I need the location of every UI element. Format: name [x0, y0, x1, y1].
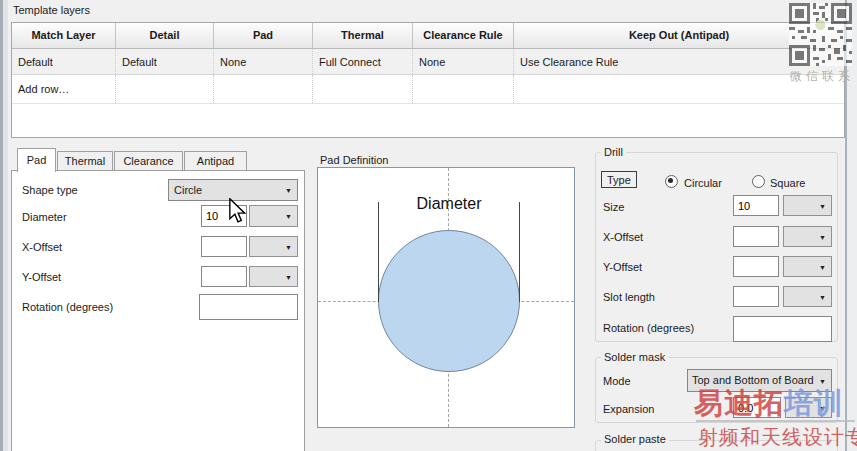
- drill-size-input[interactable]: [733, 195, 779, 216]
- drill-x-offset-label: X-Offset: [603, 231, 643, 244]
- column-header-pad[interactable]: Pad: [214, 23, 313, 49]
- pad-circle-shape: [378, 230, 520, 372]
- chevron-down-icon: ▼: [819, 263, 826, 270]
- radio-square-label[interactable]: Square: [770, 177, 805, 190]
- tab-antipad[interactable]: Antipad: [184, 151, 247, 171]
- pad-x-offset-label: X-Offset: [22, 241, 62, 254]
- solder-mask-title: Solder mask: [601, 351, 668, 363]
- pad-rotation-label: Rotation (degrees): [22, 301, 113, 314]
- brand-tagline: 射频和天线设计专家: [698, 424, 857, 451]
- drill-title: Drill: [601, 146, 626, 158]
- drill-y-offset-input[interactable]: [733, 256, 779, 277]
- qr-caption: 微信联系: [790, 68, 857, 85]
- pad-y-offset-label: Y-Offset: [22, 271, 61, 284]
- pad-x-offset-input[interactable]: [201, 236, 247, 257]
- tab-thermal[interactable]: Thermal: [57, 151, 113, 171]
- cell-clearance-rule[interactable]: None: [413, 49, 514, 74]
- expansion-label: Expansion: [603, 403, 654, 416]
- pad-definition-title: Pad Definition: [320, 154, 389, 167]
- chevron-down-icon: ▼: [285, 213, 292, 220]
- slot-length-unit-dropdown[interactable]: ▼: [783, 286, 832, 307]
- brand-watermark: 易迪拓培训: [694, 388, 844, 418]
- mouse-cursor-icon: [228, 198, 247, 224]
- diameter-dimension-label: Diameter: [358, 195, 540, 213]
- slot-length-label: Slot length: [603, 291, 655, 304]
- drill-y-offset-label: Y-Offset: [603, 261, 642, 274]
- pad-y-offset-input[interactable]: [201, 266, 247, 287]
- brand-blue-text: 培训: [784, 387, 844, 419]
- drill-x-offset-input[interactable]: [733, 226, 779, 247]
- radio-circular-icon[interactable]: [665, 175, 678, 188]
- template-layers-title: Template layers: [13, 4, 90, 17]
- drill-size-label: Size: [603, 201, 624, 214]
- diameter-unit-dropdown[interactable]: ▼: [249, 205, 298, 227]
- column-header-match-layer[interactable]: Match Layer: [12, 23, 116, 49]
- add-row[interactable]: Add row…: [12, 75, 844, 104]
- radio-circular-label[interactable]: Circular: [684, 177, 722, 190]
- template-layers-table: Match Layer Detail Pad Thermal Clearance…: [11, 22, 845, 138]
- brand-underline: [696, 420, 855, 422]
- cell-thermal[interactable]: Full Connect: [313, 49, 413, 74]
- tab-clearance[interactable]: Clearance: [114, 151, 183, 171]
- cell-match-layer[interactable]: Default: [12, 49, 116, 74]
- drill-y-offset-unit-dropdown[interactable]: ▼: [783, 256, 832, 277]
- solder-paste-title: Solder paste: [601, 433, 669, 445]
- chevron-down-icon: ▼: [819, 293, 826, 300]
- diameter-extent-line-right: [519, 202, 520, 302]
- column-header-thermal[interactable]: Thermal: [313, 23, 413, 49]
- chevron-down-icon: ▼: [285, 187, 292, 194]
- qr-code: [789, 2, 852, 66]
- slot-length-input[interactable]: [733, 286, 779, 307]
- table-header-row: Match Layer Detail Pad Thermal Clearance…: [12, 23, 844, 49]
- cell-pad[interactable]: None: [214, 49, 313, 74]
- brand-red-text: 易迪拓: [694, 387, 784, 419]
- table-row[interactable]: Default Default None Full Connect None U…: [12, 49, 844, 75]
- drill-x-offset-unit-dropdown[interactable]: ▼: [783, 226, 832, 247]
- column-header-clearance-rule[interactable]: Clearance Rule: [413, 23, 514, 49]
- diameter-label: Diameter: [22, 211, 67, 224]
- shape-type-label: Shape type: [22, 184, 78, 197]
- pad-x-offset-unit-dropdown[interactable]: ▼: [249, 236, 298, 257]
- chevron-down-icon: ▼: [285, 273, 292, 280]
- pad-rotation-input[interactable]: [199, 294, 298, 320]
- pad-y-offset-unit-dropdown[interactable]: ▼: [249, 266, 298, 287]
- add-row-label[interactable]: Add row…: [12, 75, 116, 103]
- diameter-extent-line-left: [378, 202, 379, 302]
- chevron-down-icon: ▼: [819, 377, 826, 384]
- cell-detail[interactable]: Default: [116, 49, 214, 74]
- solder-mask-mode-label: Mode: [603, 375, 631, 388]
- chevron-down-icon: ▼: [819, 202, 826, 209]
- chevron-down-icon: ▼: [819, 233, 826, 240]
- chevron-down-icon: ▼: [285, 243, 292, 250]
- column-header-detail[interactable]: Detail: [116, 23, 214, 49]
- drill-size-unit-dropdown[interactable]: ▼: [783, 195, 832, 216]
- drill-type-label: Type: [601, 171, 637, 188]
- window-left-edge-highlight: [3, 0, 8, 451]
- pad-preview: Diameter: [317, 167, 575, 428]
- tab-pad[interactable]: Pad: [17, 148, 56, 172]
- shape-type-value: Circle: [174, 180, 202, 200]
- drill-rotation-input[interactable]: [733, 316, 832, 342]
- pad-template-dialog: { "colors": { "window_bg": "#f0f0f0", "p…: [0, 0, 857, 451]
- radio-square-icon[interactable]: [752, 175, 765, 188]
- drill-rotation-label: Rotation (degrees): [603, 322, 694, 335]
